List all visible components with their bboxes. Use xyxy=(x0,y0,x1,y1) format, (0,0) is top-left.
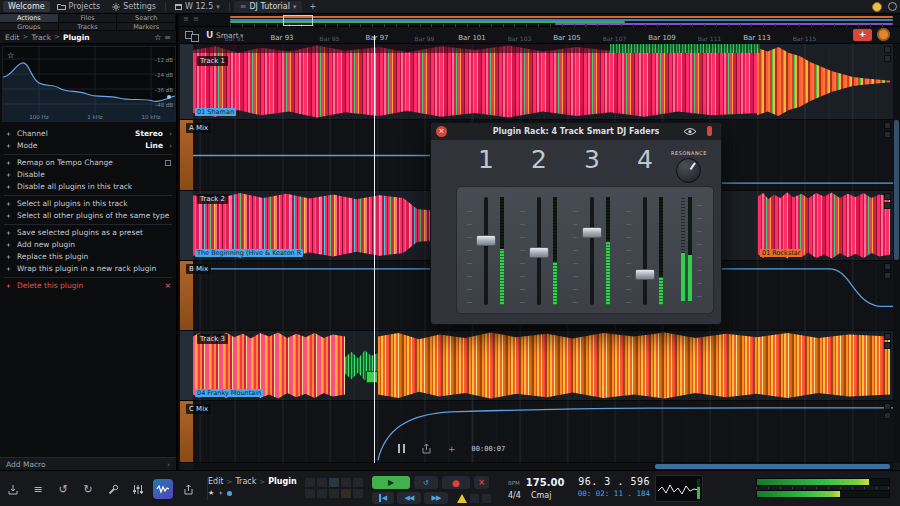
mini-tool-button[interactable] xyxy=(341,478,351,487)
vertical-scrollbar-thumb[interactable] xyxy=(894,120,899,260)
menu-item-wrap-plugin[interactable]: Wrap this plugin in a new rack plugin xyxy=(0,263,176,275)
snap-magnet-icon[interactable]: U xyxy=(206,30,213,40)
undo-button[interactable]: ↺ xyxy=(53,479,73,499)
mini-tool-button[interactable] xyxy=(317,489,327,498)
fader-4-cap[interactable] xyxy=(635,269,655,280)
waveform-view-button[interactable] xyxy=(153,479,173,499)
star-icon[interactable]: ★ xyxy=(208,489,214,497)
document-tab[interactable]: ≡ DJ Tutorial ▾ xyxy=(234,1,303,13)
breadcrumb-edit[interactable]: Edit xyxy=(5,33,20,42)
navigator-options-icon[interactable]: ≡ xyxy=(193,15,199,23)
menu-projects[interactable]: Projects xyxy=(52,1,106,12)
mini-tool-button[interactable] xyxy=(329,489,339,498)
play-button[interactable]: ▶ xyxy=(372,476,410,489)
version-menu[interactable]: W 12.5 ▾ xyxy=(170,1,225,12)
menu-item-mode[interactable]: Mode Line › xyxy=(0,140,176,152)
record-arm-global-button[interactable] xyxy=(877,28,890,41)
track3-name[interactable]: Track 3 xyxy=(197,334,228,344)
menu-item-remap-tempo[interactable]: Remap on Tempo Change xyxy=(0,157,176,169)
status-breadcrumb[interactable]: Edit > Track > Plugin ★ xyxy=(208,477,297,497)
navigator-menu-icon[interactable]: ≡ xyxy=(183,15,189,23)
track1-name[interactable]: Track 1 xyxy=(197,56,228,66)
eq-curve-panel[interactable]: ☆ -12 dB -24 dB -36 dB -48 dB 100 Hz 1 k… xyxy=(2,46,176,122)
export-icon[interactable] xyxy=(421,443,432,454)
playhead[interactable] xyxy=(374,44,375,463)
track1-mute-button[interactable] xyxy=(884,46,891,53)
track2-name[interactable]: Track 2 xyxy=(197,194,228,204)
mini-tool-button[interactable] xyxy=(329,478,339,487)
add-macro-bar[interactable]: Add Macro › xyxy=(0,457,176,470)
amix-name[interactable]: A Mix xyxy=(186,123,211,133)
fader-slot[interactable] xyxy=(643,197,647,305)
mini-tool-button[interactable] xyxy=(353,478,363,487)
new-tab-button[interactable]: + xyxy=(304,1,321,12)
tempo-display[interactable]: BPM 175.00 4/4 Cmaj xyxy=(508,477,564,500)
menu-item-save-preset[interactable]: Save selected plugins as a preset xyxy=(0,227,176,239)
menu-item-disable-all[interactable]: Disable all plugins in this track xyxy=(0,181,176,193)
cmix-mute-button[interactable] xyxy=(884,403,891,410)
abort-button[interactable]: × xyxy=(474,476,489,489)
track1-header-handle[interactable] xyxy=(180,44,193,119)
share-button[interactable] xyxy=(178,479,198,499)
import-button[interactable] xyxy=(3,479,23,499)
breadcrumb-plugin[interactable]: Plugin xyxy=(63,33,90,42)
redo-button[interactable]: ↻ xyxy=(78,479,98,499)
tab-markers[interactable]: Markers xyxy=(117,23,176,32)
tab-files[interactable]: Files xyxy=(59,14,118,23)
time-signature[interactable]: 4/4 xyxy=(508,491,521,500)
mini-tool-button[interactable] xyxy=(305,489,315,498)
fader-slot[interactable] xyxy=(590,197,594,305)
track2-solo-button[interactable] xyxy=(884,202,891,209)
overview-navigator[interactable]: ≡ ≡ xyxy=(180,14,900,27)
position-display[interactable]: 96. 3 . 596 00: 02: 11 . 184 xyxy=(570,476,650,498)
breadcrumb-edit[interactable]: Edit xyxy=(208,477,224,486)
menu-welcome[interactable]: Welcome xyxy=(3,1,50,12)
fader-2-cap[interactable] xyxy=(529,247,549,258)
track3-header-handle[interactable] xyxy=(180,331,193,400)
rewind-button[interactable]: ◀◀ xyxy=(397,492,421,504)
breadcrumb-plugin[interactable]: Plugin xyxy=(268,477,296,486)
resonance-knob[interactable] xyxy=(676,158,701,183)
menu-item-add-plugin[interactable]: Add new plugin xyxy=(0,239,176,251)
key-signature[interactable]: Cmaj xyxy=(531,491,552,500)
track3-mute-button[interactable] xyxy=(884,333,891,340)
bmix-name[interactable]: B Mix xyxy=(186,264,211,274)
breadcrumb-track[interactable]: Track xyxy=(235,477,256,486)
tab-actions[interactable]: Actions xyxy=(0,14,59,23)
horizontal-scrollbar-thumb[interactable] xyxy=(655,464,890,469)
bpm-value[interactable]: 175.00 xyxy=(526,477,565,488)
cmix-name[interactable]: C Mix xyxy=(186,404,211,414)
menu-button[interactable]: ≡ xyxy=(28,479,48,499)
tab-search[interactable]: Search xyxy=(117,14,176,23)
clip-edit-handle[interactable] xyxy=(366,371,378,383)
audio-clip-rockstar[interactable]: 01 Rockstar xyxy=(758,191,890,260)
tab-tracks[interactable]: Tracks xyxy=(59,23,118,32)
menu-item-select-same-type[interactable]: Select all other plugins of the same typ… xyxy=(0,210,176,222)
tools-button[interactable] xyxy=(103,479,123,499)
mini-status-icon[interactable] xyxy=(482,494,491,503)
menu-settings[interactable]: Settings xyxy=(107,1,161,12)
forward-button[interactable]: ▶▶ xyxy=(424,492,448,504)
track2-mute-button[interactable] xyxy=(884,193,891,200)
layout-icon-2[interactable] xyxy=(191,34,199,42)
return-to-zero-button[interactable]: ◀ xyxy=(372,492,394,504)
menu-item-channel[interactable]: Channel Stereo › xyxy=(0,128,176,140)
bmix-mute-button[interactable] xyxy=(884,263,891,270)
mini-status-icon[interactable] xyxy=(470,494,479,503)
help-icon[interactable] xyxy=(888,2,897,11)
overview-viewport[interactable] xyxy=(283,15,313,26)
menu-item-disable[interactable]: Disable xyxy=(0,169,176,181)
amix-mute-button[interactable] xyxy=(884,122,891,129)
plugin-rack-window[interactable]: × Plugin Rack: 4 Track Smart DJ Faders 1… xyxy=(430,122,722,325)
track2-header-handle[interactable] xyxy=(180,191,193,260)
add-track-button[interactable]: + xyxy=(853,29,872,41)
loop-button[interactable]: ↺ xyxy=(414,476,438,489)
fader-3-cap[interactable] xyxy=(582,227,602,238)
bmix-solo-button[interactable] xyxy=(884,272,891,279)
amix-solo-button[interactable] xyxy=(884,131,891,138)
account-avatar[interactable] xyxy=(872,2,882,12)
tab-groups[interactable]: Groups xyxy=(0,23,59,32)
close-icon[interactable]: × xyxy=(436,126,447,137)
fader-1-cap[interactable] xyxy=(476,235,496,246)
cmix-lane[interactable] xyxy=(193,401,893,462)
